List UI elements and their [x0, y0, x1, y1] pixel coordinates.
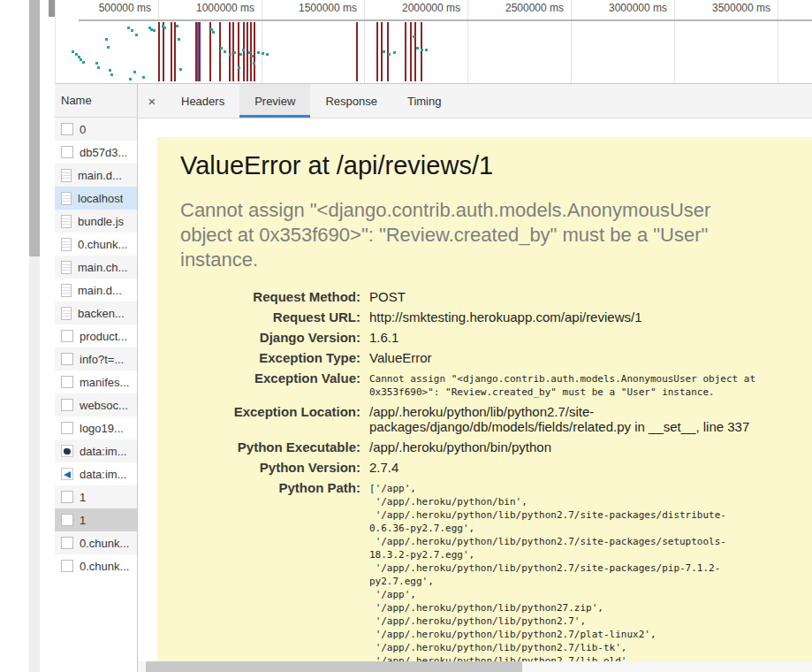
network-request-row[interactable]: main.d... — [55, 164, 137, 187]
timeline-event-bar — [387, 22, 389, 81]
meta-row: Django Version:1.6.1 — [180, 327, 755, 347]
timeline-tick-label: 3000000 ms — [609, 2, 667, 14]
tab-preview[interactable]: Preview — [239, 84, 310, 118]
timeline-gridline — [674, 0, 675, 83]
meta-field-label: Django Version: — [180, 327, 360, 347]
request-list: 0db57d3...main.d...localhostbundle.js0.c… — [55, 118, 137, 577]
network-request-row[interactable]: data:im... — [55, 462, 137, 485]
timeline-event-bar — [171, 22, 172, 81]
meta-field-value: POST — [360, 286, 755, 307]
timeline-event-bar — [414, 22, 416, 81]
network-request-row[interactable]: main.d... — [55, 279, 137, 302]
timeline-event-bar — [405, 22, 406, 81]
overview-scrollbar-thumb[interactable] — [49, 0, 55, 17]
network-request-row[interactable]: 0.chunk... — [55, 531, 137, 554]
image-thumbnail-icon — [61, 468, 73, 480]
network-request-row[interactable]: manifes... — [55, 370, 137, 393]
timeline-request-dot — [82, 61, 85, 64]
meta-field-label: Request URL: — [180, 307, 360, 327]
timeline-request-dot — [133, 71, 136, 73]
meta-field-value: 1.6.1 — [360, 327, 755, 347]
request-name-label: main.d... — [78, 284, 122, 297]
timeline-gridline — [778, 0, 778, 83]
horizontal-scrollbar-track[interactable] — [138, 661, 812, 672]
network-request-row[interactable]: bundle.js — [55, 210, 137, 233]
network-request-row[interactable]: 1 — [55, 485, 137, 508]
network-request-row[interactable]: 0 — [55, 118, 137, 141]
timeline-gridline — [571, 0, 572, 83]
timeline-request-dot — [178, 38, 180, 41]
tab-response[interactable]: Response — [310, 84, 392, 118]
meta-row: Exception Location:/app/.heroku/python/l… — [180, 401, 755, 437]
network-request-row[interactable]: data:im... — [55, 439, 137, 462]
timeline-overview[interactable]: 500000 ms1000000 ms1500000 ms2000000 ms2… — [55, 0, 812, 84]
timeline-request-dot — [248, 51, 251, 54]
detail-tabbar: × HeadersPreviewResponseTiming — [138, 84, 812, 118]
meta-field-value: /app/.heroku/python/lib/python2.7/site- … — [360, 401, 755, 437]
request-name-label: 0.chunk... — [80, 537, 129, 550]
network-request-row[interactable]: main.ch... — [55, 256, 137, 279]
meta-field-label: Exception Type: — [180, 347, 360, 368]
meta-field-value: ['/app', '/app/.heroku/python/bin', '/ap… — [360, 477, 755, 672]
request-name-label: 0.chunk... — [80, 560, 129, 573]
timeline-request-dot — [135, 34, 138, 36]
timeline-tick-label: 500000 ms — [99, 2, 151, 14]
network-request-row[interactable]: db57d3... — [55, 141, 137, 164]
timeline-event-bar — [243, 22, 245, 81]
vertical-scrollbar-thumb[interactable] — [29, 0, 40, 256]
meta-row: Python Version:2.7.4 — [180, 457, 755, 477]
timeline-request-dot — [131, 29, 133, 32]
network-request-row[interactable]: 1 — [55, 508, 137, 531]
meta-row: Python Executable:/app/.heroku/python/bi… — [180, 437, 755, 457]
network-request-row[interactable]: info?t=... — [55, 347, 137, 370]
timeline-request-dot — [127, 27, 130, 29]
timeline-event-bar — [163, 22, 164, 81]
network-request-row[interactable]: 0.chunk... — [55, 233, 137, 256]
image-thumbnail-icon — [61, 445, 73, 457]
meta-field-label: Python Path: — [180, 477, 360, 672]
timeline-request-dot — [129, 78, 132, 80]
meta-field-value: Cannot assign "<django.contrib.auth.mode… — [360, 368, 755, 401]
timeline-event-bar — [158, 22, 160, 81]
meta-field-value: 2.7.4 — [360, 457, 755, 477]
script-file-icon — [61, 215, 72, 228]
timeline-tick-label: 1500000 ms — [299, 2, 357, 14]
request-name-label: 1 — [80, 514, 86, 527]
timeline-request-dot — [257, 51, 260, 54]
generic-file-icon — [61, 146, 73, 158]
timeline-request-dot — [212, 31, 215, 34]
timeline-request-dot — [251, 55, 254, 57]
timeline-request-dot — [239, 53, 242, 56]
network-request-row[interactable]: product... — [55, 325, 137, 347]
tab-headers[interactable]: Headers — [166, 84, 239, 118]
script-file-icon — [61, 284, 72, 297]
request-list-sidebar: Name 0db57d3...main.d...localhostbundle.… — [55, 84, 137, 672]
request-name-label: data:im... — [80, 468, 126, 481]
tab-timing[interactable]: Timing — [392, 84, 457, 118]
request-name-label: 1 — [80, 491, 86, 504]
django-error-page: ValueError at /api/reviews/1 Cannot assi… — [157, 137, 812, 672]
script-file-icon — [61, 238, 72, 251]
script-file-icon — [61, 169, 72, 182]
network-request-row[interactable]: websoc... — [55, 393, 137, 416]
request-name-label: info?t=... — [80, 353, 124, 366]
timeline-tick-label: 1000000 ms — [196, 2, 254, 14]
script-file-icon — [61, 307, 72, 320]
timeline-request-dot — [416, 47, 419, 50]
network-request-row[interactable]: backen... — [55, 302, 137, 325]
network-request-row[interactable]: 0.chunk... — [55, 554, 137, 577]
vertical-scrollbar-track[interactable] — [29, 0, 40, 672]
request-name-label: websoc... — [80, 399, 128, 412]
timeline-request-dot — [233, 51, 236, 54]
generic-file-icon — [61, 422, 73, 434]
horizontal-scrollbar-thumb[interactable] — [146, 661, 522, 672]
timeline-request-dot — [109, 69, 111, 72]
generic-file-icon — [61, 353, 73, 365]
meta-field-value: /app/.heroku/python/bin/python — [360, 437, 755, 457]
timeline-gridline — [364, 0, 365, 83]
network-request-row[interactable]: localhost — [55, 187, 137, 210]
name-column-header[interactable]: Name — [55, 84, 137, 118]
close-icon[interactable]: × — [138, 84, 166, 118]
timeline-event-bar — [209, 22, 211, 81]
network-request-row[interactable]: logo19... — [55, 416, 137, 439]
